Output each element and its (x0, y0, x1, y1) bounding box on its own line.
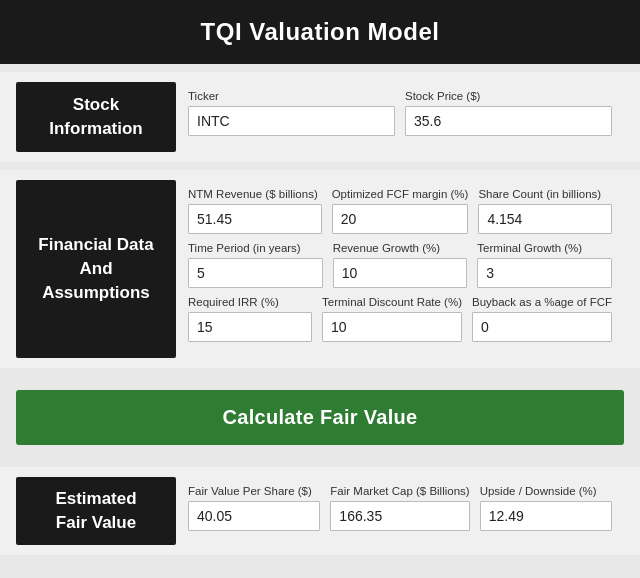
terminal-growth-group: Terminal Growth (%) (477, 242, 612, 288)
fair-value-per-share-group: Fair Value Per Share ($) (188, 485, 320, 531)
required-irr-label: Required IRR (%) (188, 296, 312, 308)
estimated-fair-value-section: EstimatedFair Value Fair Value Per Share… (0, 467, 640, 555)
required-irr-group: Required IRR (%) (188, 296, 312, 342)
page-header: TQI Valuation Model (0, 0, 640, 64)
revenue-growth-input[interactable] (333, 258, 468, 288)
stock-price-label: Stock Price ($) (405, 90, 612, 102)
terminal-growth-label: Terminal Growth (%) (477, 242, 612, 254)
ntm-revenue-group: NTM Revenue ($ billions) (188, 188, 322, 234)
stock-information-content: Ticker Stock Price ($) (176, 82, 624, 152)
financial-data-content: NTM Revenue ($ billions) Optimized FCF m… (176, 180, 624, 358)
time-period-group: Time Period (in years) (188, 242, 323, 288)
fair-value-per-share-input[interactable] (188, 501, 320, 531)
stock-price-input[interactable] (405, 106, 612, 136)
ticker-input[interactable] (188, 106, 395, 136)
fair-market-cap-label: Fair Market Cap ($ Billions) (330, 485, 469, 497)
fair-market-cap-input[interactable] (330, 501, 469, 531)
estimated-fair-value-content: Fair Value Per Share ($) Fair Market Cap… (176, 477, 624, 545)
stock-information-text: StockInformation (49, 93, 143, 141)
financial-row-3: Required IRR (%) Terminal Discount Rate … (188, 296, 612, 342)
optimized-fcf-label: Optimized FCF margin (%) (332, 188, 469, 200)
financial-data-label: Financial DataAndAssumptions (16, 180, 176, 358)
estimated-fair-value-label: EstimatedFair Value (16, 477, 176, 545)
optimized-fcf-group: Optimized FCF margin (%) (332, 188, 469, 234)
terminal-growth-input[interactable] (477, 258, 612, 288)
time-period-input[interactable] (188, 258, 323, 288)
ntm-revenue-label: NTM Revenue ($ billions) (188, 188, 322, 200)
buyback-group: Buyback as a %age of FCF (472, 296, 612, 342)
stock-information-section: StockInformation Ticker Stock Price ($) (0, 72, 640, 162)
financial-data-section: Financial DataAndAssumptions NTM Revenue… (0, 170, 640, 368)
upside-downside-group: Upside / Downside (%) (480, 485, 612, 531)
share-count-label: Share Count (in billions) (478, 188, 612, 200)
terminal-discount-group: Terminal Discount Rate (%) (322, 296, 462, 342)
upside-downside-input[interactable] (480, 501, 612, 531)
ntm-revenue-input[interactable] (188, 204, 322, 234)
share-count-group: Share Count (in billions) (478, 188, 612, 234)
stock-price-group: Stock Price ($) (405, 90, 612, 136)
calculate-fair-value-button[interactable]: Calculate Fair Value (16, 390, 624, 445)
financial-row-1: NTM Revenue ($ billions) Optimized FCF m… (188, 188, 612, 234)
terminal-discount-label: Terminal Discount Rate (%) (322, 296, 462, 308)
estimated-fair-value-text: EstimatedFair Value (55, 487, 136, 535)
result-row: Fair Value Per Share ($) Fair Market Cap… (188, 485, 612, 531)
buyback-label: Buyback as a %age of FCF (472, 296, 612, 308)
time-period-label: Time Period (in years) (188, 242, 323, 254)
ticker-group: Ticker (188, 90, 395, 136)
calculate-section: Calculate Fair Value (0, 376, 640, 459)
stock-field-row: Ticker Stock Price ($) (188, 90, 612, 136)
stock-information-label: StockInformation (16, 82, 176, 152)
revenue-growth-group: Revenue Growth (%) (333, 242, 468, 288)
buyback-input[interactable] (472, 312, 612, 342)
fair-value-per-share-label: Fair Value Per Share ($) (188, 485, 320, 497)
page-title: TQI Valuation Model (201, 18, 440, 45)
fair-market-cap-group: Fair Market Cap ($ Billions) (330, 485, 469, 531)
terminal-discount-input[interactable] (322, 312, 462, 342)
revenue-growth-label: Revenue Growth (%) (333, 242, 468, 254)
required-irr-input[interactable] (188, 312, 312, 342)
financial-data-text: Financial DataAndAssumptions (38, 233, 153, 304)
share-count-input[interactable] (478, 204, 612, 234)
financial-row-2: Time Period (in years) Revenue Growth (%… (188, 242, 612, 288)
ticker-label: Ticker (188, 90, 395, 102)
upside-downside-label: Upside / Downside (%) (480, 485, 612, 497)
optimized-fcf-input[interactable] (332, 204, 469, 234)
